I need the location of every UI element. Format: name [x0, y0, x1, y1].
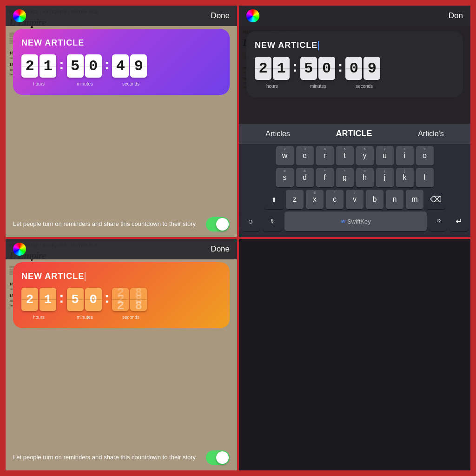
hours-label-q1: hours: [33, 81, 45, 86]
swiftkey-label: SwiftKey: [347, 218, 371, 225]
min-tens-q1: 5: [67, 54, 84, 78]
min-ones-q3: 0: [85, 288, 102, 311]
done-button-q1[interactable]: Done: [211, 11, 230, 20]
hour-tens-q3: 2: [21, 288, 38, 311]
min-ones-q1: 0: [85, 54, 102, 78]
quadrant-2: PRÉHISTOIRE | ANTIQUITÉ L'Empire 1806 14…: [239, 6, 470, 237]
key-punctuation[interactable]: .!?: [429, 212, 447, 231]
widget-dark: NEW ARTICLE 2 1 : 5 0 : 0 9: [246, 31, 463, 97]
colon-1-q2: :: [292, 58, 298, 79]
key-x[interactable]: $x: [306, 190, 324, 209]
reminder-text-q1: Let people turn on reminders and share t…: [13, 220, 200, 228]
widget-title-q2: NEW ARTICLE: [255, 40, 455, 50]
hours-label-q2: hours: [266, 84, 278, 89]
key-b[interactable]: b: [366, 190, 383, 209]
reminder-text-q3: Let people turn on reminders and share t…: [13, 453, 200, 462]
seconds-label-q3: seconds: [122, 315, 139, 320]
color-wheel-q1[interactable]: [13, 9, 26, 22]
widget-orange: NEW ARTICLE 2 1 : 5 0 :: [13, 262, 230, 328]
key-mic[interactable]: 🎙: [263, 212, 282, 231]
key-row-2: #s &d *f +g =h (j )k l: [241, 168, 469, 187]
key-f[interactable]: *f: [316, 168, 334, 187]
hours-label-group-q2: hours: [255, 84, 290, 89]
key-space[interactable]: ≋SwiftKey: [284, 212, 427, 231]
top-bar-q2: Don: [239, 6, 470, 26]
quadrant-4: [239, 239, 470, 470]
key-j[interactable]: (j: [376, 168, 394, 187]
toggle-q1[interactable]: [206, 217, 230, 231]
key-c[interactable]: "c: [326, 190, 344, 209]
key-y[interactable]: 6y: [356, 146, 374, 165]
labels-row-q1: hours minutes seconds: [21, 81, 221, 86]
minutes-label-q2: minutes: [310, 84, 326, 89]
widget-q1: NEW ARTICLE 2 1 : 5 0 : 4 9: [13, 29, 230, 95]
key-e[interactable]: 3e: [296, 146, 314, 165]
key-row-1: 2w 3e 4r 5t 6y 7u 8i 9o: [241, 146, 469, 165]
key-h[interactable]: =h: [356, 168, 374, 187]
key-t[interactable]: 5t: [336, 146, 354, 165]
key-row-4: ☺ 🎙 ≋SwiftKey .!? ↵: [241, 212, 469, 231]
autocomplete-articles[interactable]: Articles: [260, 128, 295, 140]
hours-digits-q1: 2 1: [21, 54, 56, 78]
widget-title-q1: NEW ARTICLE: [21, 38, 221, 48]
autocomplete-article[interactable]: ARTICLE: [330, 127, 377, 140]
seconds-digits-q1: 4 9: [112, 54, 147, 78]
key-row-3: ⬆ -z $x "c /v b n m ⌫: [241, 190, 469, 209]
text-cursor-q3: [85, 272, 86, 281]
colon-2-q3: :: [105, 289, 110, 310]
toggle-q3[interactable]: [206, 450, 230, 465]
key-emoji[interactable]: ☺: [241, 212, 260, 231]
hours-label-group-q1: hours: [21, 81, 56, 86]
key-w[interactable]: 2w: [276, 146, 294, 165]
done-button-q3[interactable]: Done: [211, 245, 230, 254]
labels-row-q2: hours minutes seconds: [255, 84, 455, 89]
app-container: PRÉHISTOIRE | ANTIQUITÉ | MOYEN ÂGE L'Em…: [0, 0, 476, 476]
widget-pink: NEW ARTICLE 2 1 : 5 0 : 4 9: [13, 29, 230, 95]
minutes-digits-q3: 5 0: [67, 288, 102, 311]
key-r[interactable]: 4r: [316, 146, 334, 165]
key-return[interactable]: ↵: [449, 212, 469, 231]
labels-row-q3: hours minutes seconds: [21, 315, 221, 320]
key-i[interactable]: 8i: [396, 146, 414, 165]
colon-1-q1: :: [59, 56, 64, 77]
autocomplete-bar: Articles ARTICLE Article's: [239, 124, 470, 144]
hour-ones-q2: 1: [273, 57, 290, 80]
seconds-digits-q2: 0 9: [345, 57, 380, 80]
key-s[interactable]: #s: [276, 168, 294, 187]
key-l[interactable]: l: [416, 168, 434, 187]
seconds-digits-q3: 2 2 2 8 8 8: [112, 288, 147, 311]
key-z[interactable]: -z: [286, 190, 304, 209]
sec-tens-q3: 2 2 2: [112, 288, 129, 311]
minutes-digits-q1: 5 0: [67, 54, 102, 78]
key-n[interactable]: n: [386, 190, 403, 209]
minutes-digits-q2: 5 0: [300, 57, 335, 80]
minutes-label-group-q2: minutes: [301, 84, 336, 89]
key-u[interactable]: 7u: [376, 146, 394, 165]
top-bar-q1: Done: [6, 6, 237, 26]
colon-1-q3: :: [59, 289, 64, 310]
keyboard-q2: Articles ARTICLE Article's 2w 3e 4r 5t 6…: [239, 124, 470, 237]
min-tens-q3: 5: [67, 288, 84, 311]
hour-tens-q2: 2: [255, 57, 271, 80]
min-tens-q2: 5: [300, 57, 317, 80]
done-button-q2[interactable]: Don: [449, 11, 463, 20]
hours-digits-q2: 2 1: [255, 57, 290, 80]
key-k[interactable]: )k: [396, 168, 414, 187]
key-backspace[interactable]: ⌫: [426, 190, 445, 209]
hours-label-group-q3: hours: [21, 315, 56, 320]
key-m[interactable]: m: [406, 190, 423, 209]
color-wheel-q2[interactable]: [246, 9, 259, 22]
key-v[interactable]: /v: [346, 190, 364, 209]
autocomplete-articles-poss[interactable]: Article's: [412, 128, 450, 140]
key-g[interactable]: +g: [336, 168, 354, 187]
sec-ones-q1: 9: [130, 54, 147, 78]
keyboard-keys: 2w 3e 4r 5t 6y 7u 8i 9o #s &d *f +g =h (…: [239, 144, 470, 237]
colon-2-q1: :: [105, 56, 110, 77]
key-o[interactable]: 9o: [416, 146, 434, 165]
sec-ones-q2: 9: [364, 57, 380, 80]
widget-q3: NEW ARTICLE 2 1 : 5 0 :: [13, 262, 230, 328]
key-d[interactable]: &d: [296, 168, 314, 187]
color-wheel-q3[interactable]: [13, 243, 26, 256]
hour-tens-q1: 2: [21, 54, 38, 78]
key-shift[interactable]: ⬆: [264, 190, 284, 209]
